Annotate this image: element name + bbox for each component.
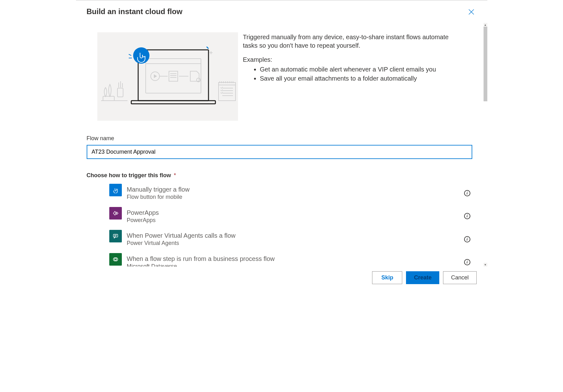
flow-name-label: Flow name	[87, 135, 473, 142]
trigger-subtitle: Flow button for mobile	[127, 193, 464, 201]
svg-rect-1	[131, 101, 215, 104]
svg-rect-6	[169, 71, 178, 81]
trigger-list: Manually trigger a flow Flow button for …	[87, 183, 473, 267]
dialog-header: Build an instant cloud flow	[76, 7, 487, 17]
trigger-title: When Power Virtual Agents calls a flow	[127, 232, 464, 240]
dataverse-icon	[109, 253, 122, 266]
close-button[interactable]	[466, 7, 477, 17]
pva-icon	[109, 230, 122, 242]
trigger-item-manual[interactable]: Manually trigger a flow Flow button for …	[87, 183, 473, 206]
scroll-up-icon[interactable]: ▲	[484, 23, 487, 27]
info-button[interactable]: i	[464, 259, 470, 265]
required-indicator: *	[174, 172, 176, 178]
svg-rect-39	[113, 234, 118, 237]
trigger-section-label-text: Choose how to trigger this flow	[87, 172, 171, 178]
hero-examples-list: Get an automatic mobile alert whenever a…	[243, 65, 462, 83]
dialog-scrollable-content[interactable]: Triggered manually from any device, easy…	[76, 27, 484, 267]
dialog-title: Build an instant cloud flow	[87, 7, 182, 16]
close-icon	[468, 7, 474, 17]
hero-example-item: Get an automatic mobile alert whenever a…	[260, 65, 462, 74]
hero-examples-label: Examples:	[243, 56, 462, 64]
hero-illustration	[97, 32, 238, 121]
trigger-subtitle: Power Virtual Agents	[127, 240, 464, 247]
trigger-item-dataverse[interactable]: When a flow step is run from a business …	[87, 252, 473, 267]
flow-name-input[interactable]	[87, 145, 472, 159]
info-button[interactable]: i	[464, 236, 470, 242]
info-button[interactable]: i	[464, 190, 470, 196]
trigger-body: PowerApps PowerApps	[127, 209, 464, 224]
hero-row: Triggered manually from any device, easy…	[87, 27, 473, 121]
powerapps-icon	[109, 207, 122, 220]
svg-line-14	[129, 54, 131, 56]
trigger-title: Manually trigger a flow	[127, 186, 464, 193]
skip-button[interactable]: Skip	[372, 271, 402, 284]
trigger-subtitle: PowerApps	[127, 217, 464, 224]
create-button[interactable]: Create	[406, 271, 439, 284]
hero-text: Triggered manually from any device, easy…	[243, 32, 462, 121]
touch-icon	[109, 184, 122, 196]
trigger-title: PowerApps	[127, 209, 464, 217]
svg-marker-5	[154, 74, 157, 78]
svg-rect-23	[103, 96, 114, 101]
trigger-subtitle: Microsoft Dataverse	[127, 263, 464, 267]
trigger-body: When Power Virtual Agents calls a flow P…	[127, 232, 464, 247]
svg-point-13	[133, 47, 149, 64]
hero-example-item: Save all your email attachments to a fol…	[260, 74, 462, 83]
dialog-inner: Build an instant cloud flow	[76, 0, 487, 267]
cancel-button[interactable]: Cancel	[443, 271, 476, 284]
trigger-item-powerapps[interactable]: PowerApps PowerApps i	[87, 206, 473, 230]
trigger-title: When a flow step is run from a business …	[127, 255, 464, 263]
trigger-item-pva[interactable]: When Power Virtual Agents calls a flow P…	[87, 229, 473, 252]
trigger-section-label: Choose how to trigger this flow *	[87, 172, 473, 179]
trigger-body: When a flow step is run from a business …	[127, 255, 464, 267]
trigger-body: Manually trigger a flow Flow button for …	[127, 186, 464, 201]
svg-line-18	[207, 47, 208, 49]
scrollbar-thumb[interactable]	[484, 27, 487, 101]
info-button[interactable]: i	[464, 213, 470, 219]
hero-description: Triggered manually from any device, easy…	[243, 33, 462, 50]
dialog: Build an instant cloud flow	[76, 0, 487, 289]
svg-rect-19	[117, 88, 123, 97]
scroll-down-icon[interactable]: ▼	[484, 263, 487, 267]
dialog-footer: Skip Create Cancel	[76, 267, 487, 289]
